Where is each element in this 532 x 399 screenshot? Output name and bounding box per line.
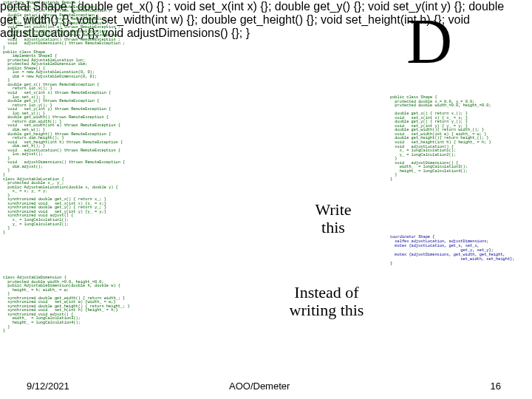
label-instead-of: Instead ofwriting this [267,284,386,319]
code-left-bottom: class AdjustableDimension { protected do… [3,276,247,334]
footer-center: AOO/Demeter [229,381,290,392]
footer-date: 9/12/2021 [27,381,69,392]
code-right-top: public class Shape { protected double x_… [390,96,531,182]
label-write-this: Writethis [300,201,366,236]
big-d-letter: D [406,4,452,78]
code-coordinator: coordinator Shape { selfex adjustLocatio… [390,235,514,266]
footer-page: 16 [491,381,501,392]
code-left-top: interface ShapeI extends Remote { double… [3,1,247,235]
